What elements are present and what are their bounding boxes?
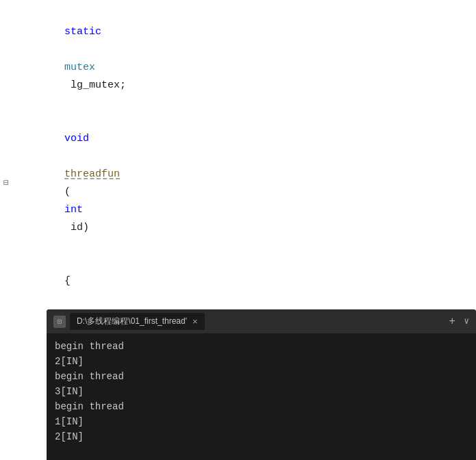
terminal-panel: ⊡ D:\多线程编程\01_first_thread' × + ∨ begin … — [47, 309, 476, 460]
code-editor: static mutex lg_mutex; ⊟ void threadfun … — [0, 0, 476, 335]
terminal-close-button[interactable]: × — [192, 316, 198, 327]
terminal-body: begin thread 2[IN] begin thread 3[IN] be… — [47, 333, 476, 460]
code-content-1: static mutex lg_mutex; — [12, 5, 476, 112]
term-line-3: begin thread — [55, 369, 468, 384]
term-line-2: 2[IN] — [55, 354, 468, 369]
collapse-2[interactable]: ⊟ — [3, 175, 9, 192]
terminal-tab-label: D:\多线程编程\01_first_thread' — [77, 316, 187, 327]
term-line-4: 3[IN] — [55, 384, 468, 399]
code-content-2: void threadfun ( int id) — [12, 112, 476, 255]
code-line-3: { — [0, 255, 476, 308]
terminal-titlebar: ⊡ D:\多线程编程\01_first_thread' × + ∨ — [47, 309, 476, 333]
terminal-icon: ⊡ — [53, 316, 66, 328]
term-line-5: begin thread — [55, 399, 468, 414]
fn-threadfun: threadfun — [64, 168, 120, 180]
term-line-6: 1[IN] — [55, 414, 468, 429]
page-wrapper: static mutex lg_mutex; ⊟ void threadfun … — [0, 0, 476, 460]
type-mutex: mutex — [64, 62, 95, 73]
kw-int: int — [64, 204, 83, 216]
kw-void: void — [64, 133, 89, 144]
term-line-7: 2[IN] — [55, 429, 468, 444]
code-content-3: { — [12, 255, 476, 308]
kw-static: static — [64, 26, 101, 38]
terminal-tab[interactable]: D:\多线程编程\01_first_thread' × — [70, 313, 205, 330]
gutter-2: ⊟ — [0, 175, 12, 192]
terminal-icon-glyph: ⊡ — [58, 317, 62, 326]
terminal-actions: + ∨ — [449, 316, 469, 328]
terminal-chevron-button[interactable]: ∨ — [464, 316, 469, 328]
code-line-1: static mutex lg_mutex; — [0, 5, 476, 112]
term-line-1: begin thread — [55, 339, 468, 354]
terminal-plus-button[interactable]: + — [449, 316, 456, 328]
code-line-2: ⊟ void threadfun ( int id) — [0, 112, 476, 255]
